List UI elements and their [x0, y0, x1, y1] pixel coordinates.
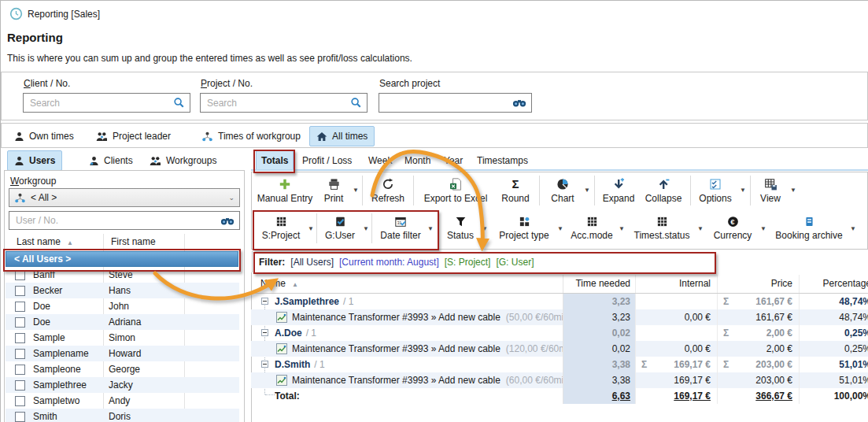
- collapse-expander[interactable]: [261, 298, 268, 305]
- column-time-needed[interactable]: Time needed: [563, 275, 635, 293]
- tab-all-times[interactable]: All times: [309, 126, 375, 146]
- dropdown-arrow-icon[interactable]: ▼: [789, 187, 797, 194]
- user-row[interactable]: SampleSimon: [6, 330, 239, 346]
- list-item-all-users[interactable]: < All Users >: [6, 251, 238, 267]
- user-checkbox[interactable]: [15, 302, 25, 312]
- sum-sigma: Σ: [723, 294, 729, 309]
- column-percentage[interactable]: Percentage: [799, 275, 868, 293]
- user-checkbox[interactable]: [15, 333, 25, 343]
- user-checkbox[interactable]: [15, 270, 25, 280]
- search-project-input[interactable]: [384, 97, 512, 109]
- user-checkbox[interactable]: [15, 317, 25, 328]
- user-checkbox[interactable]: [15, 380, 25, 391]
- report-row-detail[interactable]: Maintenance Transformer #3993 » Add new …: [251, 309, 868, 325]
- toolbar-separator: [539, 176, 540, 205]
- search-project-label: Search project: [379, 78, 440, 89]
- tab-times-of-workgroup[interactable]: Times of workgroup: [194, 126, 308, 146]
- dropdown-arrow-icon[interactable]: ▼: [362, 225, 370, 232]
- manual-entry-button[interactable]: Manual Entry: [257, 173, 313, 208]
- user-row[interactable]: SmithDoris: [6, 409, 239, 422]
- status-button[interactable]: Status: [443, 211, 478, 246]
- user-filter-input[interactable]: [14, 214, 220, 227]
- filter-item-group[interactable]: [G: User]: [496, 257, 534, 268]
- dropdown-arrow-icon[interactable]: ▼: [696, 225, 704, 232]
- tab-totals[interactable]: Totals: [256, 150, 294, 171]
- client-search-input[interactable]: [28, 97, 173, 109]
- print-button[interactable]: Print: [319, 173, 349, 208]
- report-row-group[interactable]: A.Doe/ 1 0,02 Σ2,00 € 0,25%: [251, 325, 868, 341]
- options-button[interactable]: Options: [695, 173, 736, 208]
- round-button[interactable]: Σ Round: [497, 173, 534, 208]
- timest-status-button[interactable]: Timest.status: [630, 211, 693, 246]
- search-icon[interactable]: [173, 97, 185, 109]
- project-search-input[interactable]: [205, 97, 350, 109]
- dropdown-arrow-icon[interactable]: ▼: [427, 225, 434, 232]
- tab-timestamps[interactable]: Timestamps: [473, 150, 532, 171]
- report-row-group[interactable]: D.Smith/ 1 3,38 Σ169,17 € Σ203,00 € 51,0…: [251, 357, 868, 372]
- dropdown-arrow-icon[interactable]: ▼: [739, 187, 747, 194]
- tab-clients[interactable]: Clients: [82, 150, 140, 171]
- reporting-window: Reporting [Sales] Reporting This is wher…: [0, 0, 868, 422]
- dropdown-arrow-icon[interactable]: ▼: [352, 187, 360, 194]
- collapse-button[interactable]: Collapse: [641, 173, 685, 208]
- group-user-button[interactable]: G:User: [321, 211, 359, 246]
- tab-project-leader[interactable]: Project leader: [89, 126, 178, 146]
- acc-mode-button[interactable]: Acc.mode: [569, 211, 615, 246]
- collapse-expander[interactable]: [261, 329, 268, 336]
- user-row[interactable]: SampletwoAndy: [6, 393, 239, 409]
- tab-workgroups[interactable]: Workgroups: [142, 150, 223, 171]
- booking-archive-button[interactable]: Booking archive: [772, 211, 846, 246]
- dropdown-arrow-icon[interactable]: ▼: [849, 225, 857, 232]
- column-first-name[interactable]: First name: [111, 236, 156, 247]
- tab-profit-loss[interactable]: Profit / Loss: [298, 150, 356, 171]
- tab-own-times[interactable]: Own times: [7, 126, 81, 146]
- tab-year[interactable]: Year: [440, 150, 467, 171]
- dropdown-arrow-icon[interactable]: ▼: [307, 225, 315, 232]
- user-row[interactable]: SamplenameHoward: [6, 346, 239, 361]
- report-row-detail[interactable]: Maintenance Transformer #3993 » Add new …: [251, 341, 868, 357]
- user-row[interactable]: BeckerHans: [6, 283, 239, 298]
- column-last-name[interactable]: Last name▲: [17, 236, 73, 247]
- tab-week[interactable]: Week: [364, 150, 396, 171]
- user-checkbox[interactable]: [15, 349, 25, 359]
- tab-users[interactable]: Users: [7, 150, 62, 171]
- user-row[interactable]: SampleoneGeorge: [6, 361, 239, 377]
- view-button[interactable]: View: [755, 173, 786, 208]
- filter-item-sum[interactable]: [S: Project]: [445, 257, 491, 268]
- tab-month[interactable]: Month: [401, 150, 434, 171]
- workgroup-dropdown[interactable]: < All > ⌄: [9, 188, 240, 207]
- dropdown-arrow-icon[interactable]: ▼: [759, 225, 767, 232]
- user-checkbox[interactable]: [15, 286, 25, 296]
- binoculars-icon[interactable]: [220, 216, 235, 226]
- search-icon[interactable]: [350, 97, 362, 109]
- user-checkbox[interactable]: [15, 365, 25, 375]
- column-name[interactable]: Name▲: [260, 275, 566, 293]
- column-internal[interactable]: Internal: [635, 275, 717, 293]
- dropdown-arrow-icon[interactable]: ▼: [556, 225, 564, 232]
- user-checkbox[interactable]: [15, 396, 25, 406]
- binoculars-icon[interactable]: [512, 98, 526, 108]
- dropdown-arrow-icon[interactable]: ▼: [583, 187, 591, 194]
- user-row[interactable]: DoeAdriana: [6, 314, 239, 330]
- collapse-expander[interactable]: [261, 361, 268, 368]
- currency-button[interactable]: € Currency: [709, 211, 756, 246]
- filter-item-month[interactable]: [Current month: August]: [339, 257, 439, 268]
- toolbar-separator: [362, 176, 363, 205]
- user-row[interactable]: SamplethreeJacky: [6, 377, 239, 393]
- dropdown-arrow-icon[interactable]: ▼: [618, 225, 626, 232]
- dropdown-arrow-icon[interactable]: ▼: [481, 225, 489, 232]
- user-checkbox[interactable]: [15, 412, 25, 422]
- date-filter-button[interactable]: 31 Date filter: [376, 211, 425, 246]
- sum-project-button[interactable]: S:Project: [258, 211, 304, 246]
- chart-button[interactable]: Chart: [545, 173, 580, 208]
- filter-item-users[interactable]: [All Users]: [290, 257, 334, 268]
- user-row[interactable]: DoeJohn: [6, 298, 239, 314]
- user-row[interactable]: BanffSteve: [6, 267, 239, 283]
- report-row-group[interactable]: J.Samplethree/ 1 3,23 Σ161,67 € 48,74%: [251, 294, 868, 309]
- expand-button[interactable]: Expand: [599, 173, 638, 208]
- export-to-excel-button[interactable]: Export to Excel: [418, 173, 493, 208]
- refresh-button[interactable]: Refresh: [368, 173, 408, 208]
- report-row-detail[interactable]: Maintenance Transformer #3993 » Add new …: [251, 372, 868, 388]
- project-type-button[interactable]: Project type: [495, 211, 553, 246]
- column-price[interactable]: Price: [717, 275, 799, 293]
